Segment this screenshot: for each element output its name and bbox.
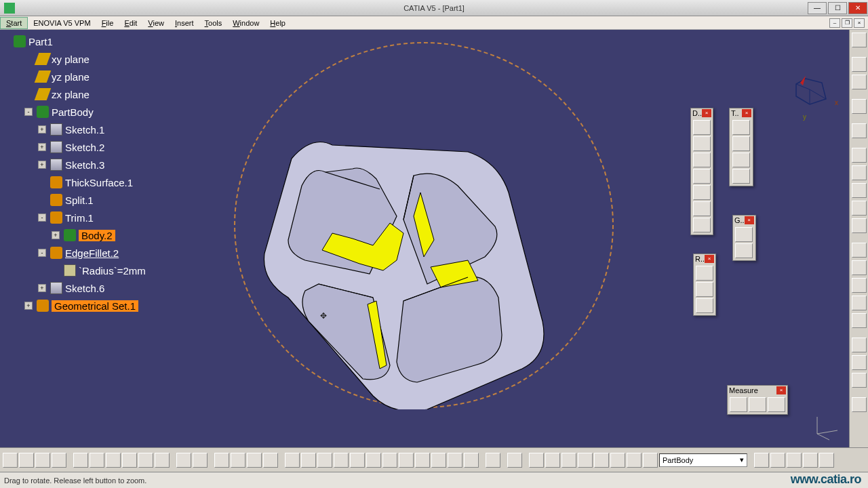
tool-button[interactable]	[464, 453, 479, 468]
viewport-3d[interactable]: Part1 -xy plane -yz plane -zx plane -Par…	[0, 30, 868, 447]
tree-body2[interactable]: +Body.2	[0, 226, 146, 244]
cut-button[interactable]	[73, 453, 88, 468]
tree-sketch6[interactable]: +Sketch.6	[0, 279, 146, 297]
normal-view-button[interactable]	[382, 453, 397, 468]
dock-button[interactable]	[852, 75, 867, 89]
menu-insert[interactable]: Insert	[170, 18, 199, 28]
tree-sketch2[interactable]: +Sketch.2	[0, 138, 146, 156]
print-button[interactable]	[52, 453, 66, 468]
tool-button[interactable]	[214, 453, 229, 468]
body-selector-combo[interactable]: PartBody▾	[659, 453, 747, 467]
tool-button[interactable]	[693, 120, 711, 135]
tree-sketch3[interactable]: +Sketch.3	[0, 156, 146, 174]
dock-button[interactable]	[852, 57, 867, 72]
expand-icon[interactable]: +	[24, 302, 33, 310]
tree-root[interactable]: Part1	[0, 33, 146, 50]
zoom-in-button[interactable]	[350, 453, 365, 468]
fillet-button[interactable]	[852, 243, 867, 258]
pad-button[interactable]	[852, 148, 867, 163]
tool-button[interactable]	[693, 169, 711, 184]
tree-radius-param[interactable]: -`Radius`=2mm	[0, 262, 146, 279]
measure-inertia-button[interactable]	[768, 397, 785, 412]
close-icon[interactable]: ×	[702, 109, 711, 117]
menu-window[interactable]: Window	[227, 18, 264, 28]
dock-button[interactable]	[852, 296, 867, 310]
tool-button[interactable]	[693, 218, 711, 232]
axis-triad[interactable]	[810, 410, 841, 441]
tree-sketch1[interactable]: +Sketch.1	[0, 121, 146, 138]
dock-button[interactable]	[852, 397, 867, 412]
tool-button[interactable]	[696, 282, 713, 297]
expand-icon[interactable]: +	[38, 125, 46, 134]
tool-button[interactable]	[627, 453, 642, 468]
measure-between-button[interactable]	[730, 397, 747, 412]
tool-button[interactable]	[693, 201, 711, 216]
hole-button[interactable]	[852, 183, 867, 198]
copy-button[interactable]	[90, 453, 104, 468]
select-arrow-button[interactable]	[852, 99, 867, 114]
whats-this-button[interactable]	[155, 453, 170, 468]
dock-button[interactable]	[852, 338, 867, 352]
rotate-button[interactable]	[334, 453, 349, 468]
toolbar-measure[interactable]: Measure×	[727, 385, 788, 415]
fit-all-button[interactable]	[301, 453, 316, 468]
tool-button[interactable]	[448, 453, 462, 468]
measure-item-button[interactable]	[749, 397, 766, 412]
zoom-out-button[interactable]	[366, 453, 381, 468]
dock-button[interactable]	[852, 218, 867, 233]
tool-button[interactable]	[735, 227, 753, 242]
tool-button[interactable]	[732, 169, 750, 184]
pan-button[interactable]	[317, 453, 332, 468]
tool-button[interactable]	[693, 185, 711, 200]
tool-button[interactable]	[193, 453, 208, 468]
tree-trim[interactable]: -Trim.1	[0, 209, 146, 226]
tree-yz-plane[interactable]: -yz plane	[0, 68, 146, 85]
tool-button[interactable]	[231, 453, 245, 468]
compass-3d[interactable]: x y	[787, 70, 834, 118]
tool-button[interactable]	[732, 120, 750, 135]
undo-button[interactable]	[122, 453, 137, 468]
toolbar-d[interactable]: D..×	[690, 108, 713, 235]
dock-button[interactable]	[852, 33, 867, 47]
redo-button[interactable]	[138, 453, 153, 468]
tool-button[interactable]	[693, 136, 711, 151]
menu-file[interactable]: File	[96, 18, 119, 28]
tool-button[interactable]	[732, 136, 750, 151]
tool-button[interactable]	[696, 298, 713, 313]
tree-thicksurface[interactable]: -ThickSurface.1	[0, 174, 146, 191]
tool-button[interactable]	[732, 152, 750, 167]
tree-split[interactable]: -Split.1	[0, 191, 146, 209]
dock-button[interactable]	[852, 201, 867, 216]
tool-button[interactable]	[263, 453, 278, 468]
close-icon[interactable]: ×	[745, 216, 754, 224]
tool-button[interactable]	[594, 453, 609, 468]
tool-button[interactable]	[561, 453, 576, 468]
expand-icon[interactable]: +	[38, 161, 46, 169]
tool-button[interactable]	[693, 152, 711, 167]
minimize-button[interactable]: —	[808, 2, 827, 14]
expand-icon[interactable]: +	[52, 231, 60, 239]
tool-button[interactable]	[578, 453, 593, 468]
doc-minimize-button[interactable]: –	[829, 18, 840, 28]
tree-geoset[interactable]: +Geometrical Set.1	[0, 297, 146, 314]
maximize-button[interactable]: ☐	[828, 2, 847, 14]
dock-button[interactable]	[852, 313, 867, 328]
menu-view[interactable]: View	[142, 18, 170, 28]
close-icon[interactable]: ×	[705, 255, 714, 263]
dock-button[interactable]	[852, 278, 867, 293]
close-icon[interactable]: ×	[742, 109, 751, 117]
tree-xy-plane[interactable]: -xy plane	[0, 50, 146, 68]
menu-enovia[interactable]: ENOVIA V5 VPM	[28, 18, 96, 28]
tool-button[interactable]	[819, 453, 834, 468]
tool-button[interactable]	[787, 453, 802, 468]
expand-icon[interactable]: +	[38, 143, 46, 151]
fly-button[interactable]	[285, 453, 300, 468]
tree-edgefillet[interactable]: -EdgeFillet.2	[0, 244, 146, 262]
toolbar-r[interactable]: R..×	[693, 253, 716, 316]
menu-start[interactable]: Start	[0, 17, 28, 29]
tool-button[interactable]	[415, 453, 430, 468]
doc-close-button[interactable]: ×	[854, 18, 865, 28]
doc-restore-button[interactable]: ❐	[842, 18, 852, 28]
close-icon[interactable]: ×	[776, 386, 786, 394]
tool-button[interactable]	[247, 453, 262, 468]
